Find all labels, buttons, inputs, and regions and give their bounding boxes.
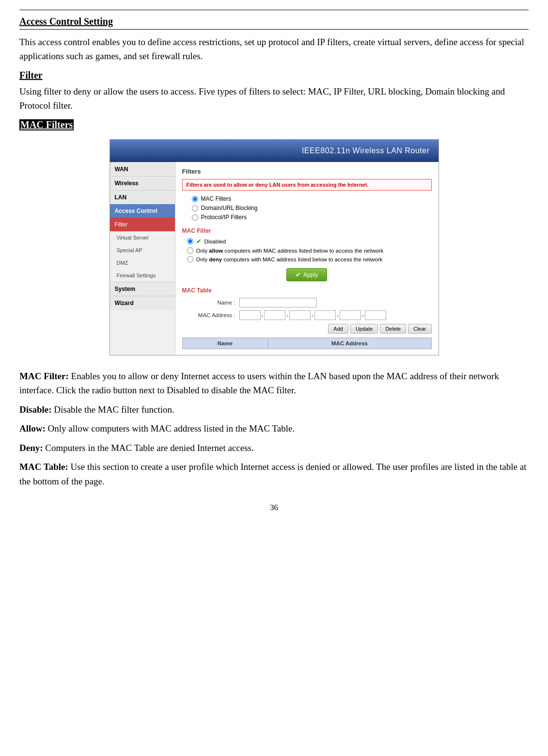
mac-seg-2[interactable] <box>264 310 285 320</box>
mac-table-section: MAC Table Name : MAC Address : - - - - <box>182 287 432 349</box>
sidebar-item-dmz[interactable]: DMZ <box>110 257 175 269</box>
mac-table-btn-row: Add Update Delete Clear <box>182 324 432 334</box>
mac-table-body-bold: MAC Table: <box>19 462 68 472</box>
top-rule <box>19 10 529 10</box>
add-button[interactable]: Add <box>328 324 348 334</box>
filter-option-mac[interactable]: MAC Filters <box>192 195 432 202</box>
filter-radio-protocol[interactable] <box>192 214 198 221</box>
filter-heading: Filter <box>19 70 529 81</box>
page-number: 36 <box>19 503 529 513</box>
router-body: WAN Wireless LAN Access Control Filter V… <box>110 162 438 355</box>
router-main-panel: Filters Filters are used to allow or den… <box>175 162 438 355</box>
mac-sep-3: - <box>312 312 313 318</box>
mac-sep-2: - <box>286 312 288 318</box>
mac-seg-6[interactable] <box>365 310 386 320</box>
router-sidebar: WAN Wireless LAN Access Control Filter V… <box>110 162 175 355</box>
filters-warning: Filters are used to allow or deny LAN us… <box>182 179 432 191</box>
mac-sep-4: - <box>337 312 339 318</box>
filters-section-title: Filters <box>182 168 432 175</box>
filter-option-protocol-label: Protocol/IP Filters <box>201 214 247 221</box>
mac-filter-disabled-radio[interactable] <box>187 238 193 244</box>
apply-button[interactable]: ✔ Apply <box>286 268 327 281</box>
mac-filter-disabled-row[interactable]: ✔ Disabled <box>187 238 432 245</box>
clear-button[interactable]: Clear <box>408 324 431 334</box>
filter-option-protocol[interactable]: Protocol/IP Filters <box>192 214 432 221</box>
mac-filter-title: MAC Filter <box>182 227 432 234</box>
mac-seg-3[interactable] <box>289 310 311 320</box>
mac-table-title: MAC Table <box>182 287 432 294</box>
mac-filter-allow-row[interactable]: Only allow computers with MAC address li… <box>187 247 432 254</box>
allow-body-desc: Only allow computers with MAC address li… <box>46 423 295 434</box>
filter-option-domain[interactable]: Domain/URL Blocking <box>192 205 432 211</box>
mac-filter-disabled-label: Disabled <box>204 239 226 244</box>
apply-row: ✔ Apply <box>182 268 432 281</box>
mac-sep-5: - <box>362 312 364 318</box>
name-row: Name : <box>182 298 432 307</box>
mac-seg-5[interactable] <box>340 310 361 320</box>
mac-table-body-desc: Use this section to create a user profil… <box>19 462 526 486</box>
sidebar-item-wireless[interactable]: Wireless <box>110 176 175 190</box>
filter-radio-mac[interactable] <box>192 196 198 202</box>
allow-body: Allow: Only allow computers with MAC add… <box>19 421 529 435</box>
filter-desc: Using filter to deny or allow the users … <box>19 85 529 113</box>
sidebar-item-firewall-settings[interactable]: Firewall Settings <box>110 269 175 282</box>
mac-filter-body-bold: MAC Filter: <box>19 371 69 381</box>
mac-seg-4[interactable] <box>314 310 336 320</box>
mac-filter-deny-label: Only deny computers with MAC address lis… <box>196 257 383 262</box>
deny-body-desc: Computers in the MAC Table are denied In… <box>43 443 254 453</box>
mac-filter-section: MAC Filter ✔ Disabled Only allow compute… <box>182 227 432 262</box>
deny-body: Deny: Computers in the MAC Table are den… <box>19 441 529 455</box>
filter-radio-domain[interactable] <box>192 205 198 211</box>
sidebar-item-wizard[interactable]: Wizard <box>110 296 175 310</box>
intro-text: This access control enables you to defin… <box>19 35 529 63</box>
mac-address-row: MAC Address : - - - - - <box>182 310 432 320</box>
mac-result-table: Name MAC Address <box>182 338 432 349</box>
table-header-mac: MAC Address <box>268 338 431 349</box>
sidebar-item-lan[interactable]: LAN <box>110 190 175 204</box>
mac-address-label: MAC Address : <box>182 312 235 318</box>
disable-body: Disable: Disable the MAC filter function… <box>19 402 529 417</box>
mac-filter-deny-row[interactable]: Only deny computers with MAC address lis… <box>187 256 432 262</box>
mac-filter-allow-radio[interactable] <box>187 247 193 254</box>
allow-body-bold: Allow: <box>19 423 46 434</box>
sidebar-item-access-control[interactable]: Access Control <box>110 204 175 218</box>
mac-filter-allow-label: Only allow computers with MAC address li… <box>196 248 384 254</box>
router-header-title: IEEE802.11n Wireless LAN Router <box>302 146 430 155</box>
table-header-name: Name <box>182 338 268 349</box>
filter-type-options: MAC Filters Domain/URL Blocking Protocol… <box>182 195 432 221</box>
mac-filter-radio-group: ✔ Disabled Only allow computers with MAC… <box>182 238 432 262</box>
filter-option-domain-label: Domain/URL Blocking <box>201 205 258 211</box>
deny-body-bold: Deny: <box>19 443 43 453</box>
mac-filter-body: MAC Filter: Enables you to allow or deny… <box>19 369 529 398</box>
sidebar-item-system[interactable]: System <box>110 282 175 296</box>
mac-filters-heading: MAC Filters <box>19 119 74 130</box>
sidebar-item-virtual-server[interactable]: Virtual Server <box>110 231 175 244</box>
sidebar-item-wan[interactable]: WAN <box>110 162 175 176</box>
mac-seg-1[interactable] <box>239 310 261 320</box>
mac-sep-1: - <box>262 312 264 318</box>
disable-body-bold: Disable: <box>19 404 52 415</box>
router-screenshot: IEEE802.11n Wireless LAN Router WAN Wire… <box>110 139 439 355</box>
apply-checkmark-icon: ✔ <box>296 271 301 278</box>
body-text-section: MAC Filter: Enables you to allow or deny… <box>19 369 529 488</box>
disabled-checkmark-icon: ✔ <box>196 238 202 245</box>
router-header: IEEE802.11n Wireless LAN Router <box>110 140 438 162</box>
page-title: Access Control Setting <box>19 16 529 30</box>
mac-table-body: MAC Table: Use this section to create a … <box>19 460 529 488</box>
apply-button-label: Apply <box>303 272 318 278</box>
sidebar-item-filter[interactable]: Filter <box>110 218 175 231</box>
disable-body-desc: Disable the MAC filter function. <box>52 404 174 415</box>
name-input[interactable] <box>239 298 317 307</box>
name-label: Name : <box>182 300 235 306</box>
filter-option-mac-label: MAC Filters <box>201 195 232 202</box>
mac-filter-deny-radio[interactable] <box>187 256 193 262</box>
delete-button[interactable]: Delete <box>380 324 406 334</box>
update-button[interactable]: Update <box>350 324 378 334</box>
sidebar-item-special-ap[interactable]: Special AP <box>110 244 175 257</box>
mac-filter-body-desc: Enables you to allow or deny Internet ac… <box>19 371 499 395</box>
